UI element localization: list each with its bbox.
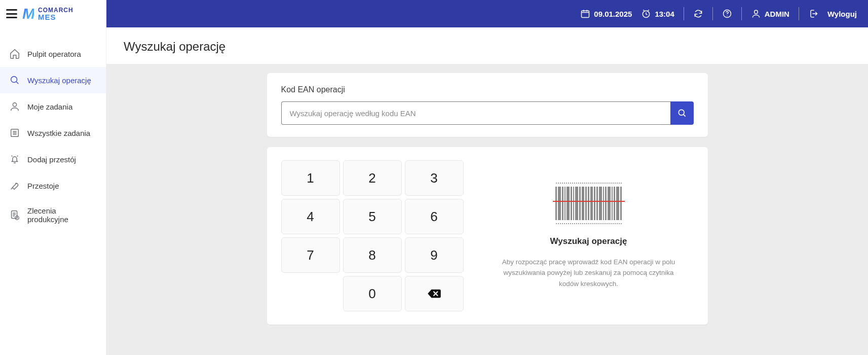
ean-search-input[interactable] <box>281 101 670 125</box>
divider <box>684 7 684 20</box>
header-time-value: 13:04 <box>655 10 674 18</box>
logo-mark-icon: M <box>22 5 34 22</box>
header-user-name: ADMIN <box>765 10 789 18</box>
scan-hint: Wyszukaj operację Aby rozpocząć pracę wp… <box>484 160 694 311</box>
sidebar-item-label: Wszystkie zadania <box>27 129 90 137</box>
backspace-icon <box>427 288 442 299</box>
numeric-keypad: 1 2 3 4 5 6 7 8 9 0 <box>281 160 464 311</box>
keypad-0[interactable]: 0 <box>343 276 402 311</box>
logo-brand-top: COMARCH <box>38 7 73 13</box>
svg-rect-0 <box>582 11 589 17</box>
menu-toggle-button[interactable] <box>6 9 17 18</box>
header-left: M COMARCH MES <box>0 0 106 27</box>
logout-icon <box>808 9 818 19</box>
svg-point-3 <box>727 16 727 16</box>
person-icon <box>9 101 20 112</box>
keypad-3[interactable]: 3 <box>405 160 464 196</box>
sidebar-item-label: Wyszukaj operację <box>27 76 91 85</box>
sidebar-item-label: Moje zadania <box>27 102 72 111</box>
keypad-8[interactable]: 8 <box>343 237 402 273</box>
svg-point-4 <box>754 10 758 14</box>
svg-point-10 <box>678 110 684 115</box>
sidebar-item-dashboard[interactable]: Pulpit operatora <box>0 41 106 67</box>
search-field-label: Kod EAN operacji <box>281 85 694 94</box>
keypad-backspace[interactable] <box>405 276 464 311</box>
sidebar-item-search-operation[interactable]: Wyszukaj operację <box>0 67 106 93</box>
keypad-9[interactable]: 9 <box>405 237 464 273</box>
app-logo: M COMARCH MES <box>22 5 73 22</box>
sidebar-item-label: Przestoje <box>27 182 59 190</box>
sidebar-item-production-orders[interactable]: Zlecenia produkcyjne <box>0 199 106 231</box>
search-icon <box>677 108 687 118</box>
sidebar-item-label: Dodaj przestój <box>27 155 76 164</box>
main-content: Wyszukaj operację Kod EAN operacji 1 2 3… <box>106 27 868 355</box>
help-button[interactable] <box>722 9 732 19</box>
logout-link[interactable]: Wyloguj <box>827 10 857 18</box>
bell-icon <box>9 154 20 165</box>
svg-point-6 <box>13 103 16 106</box>
divider <box>741 7 742 20</box>
home-icon <box>9 48 20 59</box>
sidebar-item-all-tasks[interactable]: Wszystkie zadania <box>0 120 106 146</box>
header-date-value: 09.01.2025 <box>594 10 632 18</box>
refresh-icon <box>693 9 703 19</box>
wrench-icon <box>9 180 20 191</box>
page-title-bar: Wyszukaj operację <box>106 27 868 64</box>
list-icon <box>9 127 20 138</box>
sidebar-item-downtimes[interactable]: Przestoje <box>0 172 106 199</box>
divider <box>712 7 713 20</box>
logout-icon-button[interactable] <box>808 9 818 19</box>
logo-brand-bottom: MES <box>38 13 73 21</box>
keypad-5[interactable]: 5 <box>343 199 402 234</box>
calendar-icon <box>580 9 590 19</box>
keypad-spacer <box>281 276 340 311</box>
keypad-2[interactable]: 2 <box>343 160 402 196</box>
sidebar-item-label: Pulpit operatora <box>27 50 81 58</box>
help-icon <box>722 9 732 19</box>
refresh-button[interactable] <box>693 9 703 19</box>
keypad-card: 1 2 3 4 5 6 7 8 9 0 <box>267 147 708 325</box>
page-title: Wyszukaj operację <box>124 40 851 54</box>
sidebar-item-label: Zlecenia produkcyjne <box>27 206 97 224</box>
keypad-1[interactable]: 1 <box>281 160 340 196</box>
search-icon <box>9 75 20 86</box>
header-right: 09.01.2025 13:04 ADMIN Wylog <box>106 0 868 27</box>
sidebar-item-my-tasks[interactable]: Moje zadania <box>0 93 106 120</box>
barcode-icon <box>556 183 622 224</box>
sidebar: Pulpit operatora Wyszukaj operację Moje … <box>0 27 106 355</box>
divider <box>799 7 799 20</box>
header-time: 13:04 <box>641 9 674 19</box>
user-icon <box>751 9 761 19</box>
header-user[interactable]: ADMIN <box>751 9 789 19</box>
search-button[interactable] <box>670 101 694 125</box>
keypad-6[interactable]: 6 <box>405 199 464 234</box>
keypad-7[interactable]: 7 <box>281 237 340 273</box>
document-clock-icon <box>9 209 20 221</box>
keypad-4[interactable]: 4 <box>281 199 340 234</box>
sidebar-item-add-downtime[interactable]: Dodaj przestój <box>0 146 106 172</box>
search-card: Kod EAN operacji <box>267 73 708 137</box>
hint-text: Aby rozpocząć pracę wprowadź kod EAN ope… <box>498 257 680 290</box>
svg-point-5 <box>11 77 17 83</box>
app-header: M COMARCH MES 09.01.2025 13:04 <box>0 0 868 27</box>
clock-icon <box>641 9 651 19</box>
hint-title: Wyszukaj operację <box>550 236 627 246</box>
header-date: 09.01.2025 <box>580 9 632 19</box>
